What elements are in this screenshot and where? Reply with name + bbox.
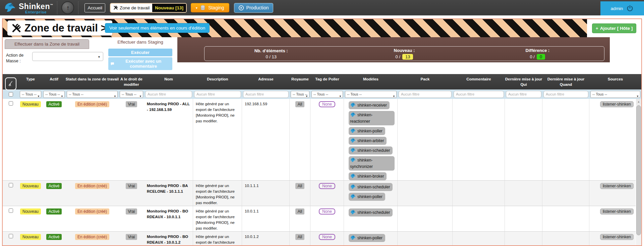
column-header-royaume: Royaume (290, 74, 310, 90)
plus-icon: + (596, 26, 598, 31)
table-row: Nouveau Activé En édition (créé) Vrai Mo… (3, 231, 636, 246)
table-row: Nouveau Activé En édition (créé) Vrai Mo… (3, 206, 636, 231)
caret-down-icon: ▼ (305, 93, 308, 98)
edit-filter-button[interactable]: Voir seulement mes éléments en cours d'é… (105, 23, 210, 33)
filter-input-adresse[interactable] (243, 91, 289, 98)
filter-input-maj-qui[interactable] (506, 91, 541, 98)
maj-qui-cell (505, 232, 542, 246)
caret-down-icon: ▼ (98, 55, 101, 59)
tab-staging[interactable]: Effectuer dans Staging (106, 37, 175, 45)
admin-menu[interactable]: admin (600, 1, 644, 15)
model-chip: shinken-poller (349, 127, 385, 135)
vertical-scrollbar[interactable]: ▲ (636, 99, 641, 246)
row-checkbox[interactable] (9, 234, 13, 238)
filter-select-tag-poller[interactable]: -- Tous --▼ (311, 91, 343, 98)
caret-down-icon: ▾ (196, 6, 197, 10)
column-header-adresse: Adresse (242, 74, 290, 90)
stat-label: Nouveau : (394, 48, 415, 53)
filter-select-modeles[interactable]: -- Tous --▼ (345, 91, 397, 98)
host-name: Monitoring PROD - ALL - 192.168.1.59 (147, 101, 190, 113)
statut-badge: En édition (créé) (75, 101, 109, 107)
shinken-icon (350, 235, 356, 241)
shinken-icon (350, 193, 356, 200)
filter-select-type[interactable]: -- Tous --▼ (20, 91, 41, 98)
column-header-maj-qui: Dernière mise à jourQui (505, 74, 542, 90)
add-host-button[interactable]: + Ajouter [ Hôte ] (592, 23, 636, 33)
separator (57, 1, 57, 14)
mass-action-select[interactable]: ▼ (32, 52, 103, 61)
scroll-top-button[interactable]: ↑ (61, 1, 74, 14)
filter-select-actif[interactable]: -- Tous --▼ (43, 91, 65, 98)
tab-workspace[interactable]: Effectuer dans la Zone de travail (5, 39, 89, 49)
royaume-badge: All (295, 183, 304, 189)
diff-count-badge: 0 (537, 54, 545, 60)
filter-select-statut[interactable]: -- Tous --▼ (67, 91, 118, 98)
maj-qui-cell (505, 99, 542, 180)
row-checkbox[interactable] (9, 101, 13, 106)
column-header-statut: Statut dans la zone de travail (66, 74, 119, 90)
filter-input-description[interactable] (194, 91, 241, 98)
broom-icon (7, 80, 14, 87)
column-header-pack: Pack (398, 74, 453, 90)
filter-select-sources[interactable]: -- Tous --▼ (590, 91, 640, 98)
execute-button[interactable]: Exécuter (108, 49, 172, 56)
statut-badge: En édition (créé) (75, 208, 109, 214)
staging-label: Staging (208, 5, 224, 10)
model-chip: shinken-scheduler (349, 146, 393, 155)
model-chips: shinken-receiver shinken-reactionner shi… (347, 101, 395, 180)
stat-value: 0 / (396, 54, 400, 59)
filter-input-maj-quand[interactable] (543, 91, 588, 98)
pack-cell (398, 232, 453, 246)
model-chip: shinken-arbiter (349, 137, 387, 145)
staging-button[interactable]: ▾ Staging (191, 3, 229, 12)
filter-input-commentaire[interactable] (454, 91, 504, 98)
row-checkbox[interactable] (9, 183, 13, 187)
host-description: Hôte généré par un export de l'architect… (196, 101, 239, 124)
trademark: ™ (50, 3, 53, 7)
workspace-button[interactable]: Zone de travail Nouveau [13] (110, 3, 187, 13)
model-chip: shinken-poller (349, 193, 385, 201)
shinken-logo[interactable]: Shinken™ Enterprise (3, 1, 53, 14)
home-button[interactable]: Accueil (84, 3, 105, 12)
filter-input-nom[interactable] (145, 91, 192, 98)
filter-select-droit[interactable]: -- Tous --▼ (120, 91, 143, 98)
table-body: Nouveau Activé En édition (créé) Vrai Mo… (3, 99, 641, 246)
row-checkbox[interactable] (9, 208, 13, 213)
droit-badge: Vrai (126, 101, 137, 107)
maj-quand-cell (542, 181, 589, 206)
execute-comment-button[interactable]: Exécuter avec un commentaire (108, 57, 172, 70)
shinken-icon (350, 209, 356, 216)
commentaire-cell (453, 232, 505, 246)
maj-quand-cell (542, 206, 589, 231)
new-count-badge: 13 (402, 54, 413, 60)
workspace-new-badge: Nouveau [13] (152, 4, 186, 12)
shinken-icon (350, 102, 356, 108)
add-host-label: Ajouter [ Hôte ] (600, 26, 633, 31)
host-name: Monitoring PROD - BARCELONE - 10.1.1.1 (147, 183, 190, 194)
royaume-badge: All (295, 101, 304, 107)
host-address: 192.168.1.59 (245, 101, 287, 107)
stats-bar: Nb. d'éléments : 0 / 13 Nouveau : 0 / 13… (177, 37, 610, 62)
stat-label: Différence : (526, 48, 550, 53)
caret-down-icon: ▼ (339, 93, 342, 98)
power-icon[interactable] (626, 5, 634, 12)
clear-filters-button[interactable] (5, 77, 16, 90)
stats-box: Nb. d'éléments : 0 / 13 Nouveau : 0 / 13… (204, 46, 604, 61)
pack-cell (398, 181, 453, 206)
wrench-icon (113, 5, 118, 10)
scroll-up-icon: ▲ (637, 100, 640, 103)
scroll-thumb[interactable] (636, 105, 641, 235)
model-chip: shinken-scheduler (349, 183, 393, 191)
production-button[interactable]: Production (234, 3, 273, 13)
maj-quand-cell (542, 99, 589, 180)
filter-select-royaume[interactable]: -- Tous --▼ (291, 91, 309, 98)
select-all-checkbox[interactable] (9, 92, 13, 97)
maj-quand-cell (542, 232, 589, 246)
host-address: 10.0.1.1 (245, 208, 287, 214)
scroll-up-button[interactable]: ▲ (636, 99, 641, 105)
stat-label: Nb. d'éléments : (254, 48, 288, 53)
sources-badge: listener-shinken (600, 101, 634, 107)
column-header-tag-poller: Tag de Poller (310, 74, 344, 90)
filter-input-pack[interactable] (399, 91, 452, 98)
statut-badge: En édition (créé) (75, 234, 109, 240)
